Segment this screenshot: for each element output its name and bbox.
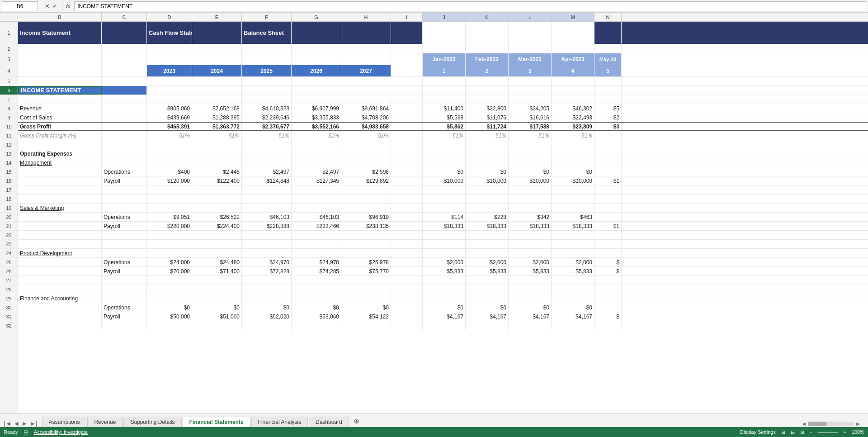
row-7 xyxy=(18,95,868,104)
gp-2027: $4,983,658 xyxy=(341,123,391,130)
normal-view-icon[interactable]: ⊞ xyxy=(781,429,785,435)
balance-sheet-header[interactable]: Balance Sheet xyxy=(242,22,292,44)
confirm-icon[interactable]: ✓ xyxy=(52,3,57,10)
revenue-jan: $11,400 xyxy=(423,104,466,113)
sheet-scrollbar[interactable] xyxy=(808,422,854,426)
row-num-31: 31 xyxy=(0,312,18,321)
gp-2023: $465,391 xyxy=(147,123,192,130)
zoom-in-icon[interactable]: + xyxy=(843,429,846,435)
cell-3b xyxy=(18,53,102,65)
col-header-g[interactable]: G xyxy=(292,13,341,21)
zoom-slider[interactable]: ———— xyxy=(818,429,838,435)
col-header-f[interactable]: F xyxy=(242,13,292,21)
scroll-left-icon[interactable]: ◄ xyxy=(801,421,807,427)
row-num-25: 25 xyxy=(0,258,18,267)
grid-area[interactable]: Income Statement Cash Flow Statement Bal… xyxy=(18,22,868,413)
gp-2025: $2,370,677 xyxy=(242,123,292,130)
ready-label: Ready xyxy=(4,429,18,435)
cos-2026: $3,355,833 xyxy=(292,113,341,122)
tab-financial-analysis[interactable]: Financial Analysis xyxy=(251,417,308,427)
fin-payroll-may: $ xyxy=(594,312,622,321)
row-21: Payroll $220,000 $224,400 $228,888 $233,… xyxy=(18,222,868,231)
spreadsheet-body: 1 2 3 4 5 6 7 8 9 10 11 12 13 14 15 16 1… xyxy=(0,22,868,413)
scroll-right-icon[interactable]: ► xyxy=(855,421,861,427)
col-header-m[interactable]: M xyxy=(552,13,594,21)
revenue-2026: $6,907,999 xyxy=(292,104,341,113)
row-23 xyxy=(18,240,868,249)
row-num-24: 24 xyxy=(0,249,18,258)
cell-4b xyxy=(18,65,102,76)
pd-ops-2027: $25,978 xyxy=(341,258,391,266)
cell-2f xyxy=(242,44,292,53)
row-num-30: 30 xyxy=(0,303,18,312)
gpm-jan: 51% xyxy=(423,131,466,140)
row-num-2: 2 xyxy=(0,44,18,53)
cell-1c xyxy=(102,22,147,44)
formula-icons: ✕ ✓ xyxy=(42,3,60,10)
accessibility-label[interactable]: Accessibility: Investigate xyxy=(34,429,88,435)
row-26: Payroll $70,000 $71,400 $72,828 $74,285 … xyxy=(18,267,868,276)
pd-payroll-2025: $72,828 xyxy=(242,267,292,276)
mgmt-ops-apr: $0 xyxy=(552,167,594,176)
tab-add-button[interactable]: ⊕ xyxy=(350,415,363,427)
col-header-e[interactable]: E xyxy=(192,13,242,21)
row-13: Operating Expenses xyxy=(18,149,868,158)
tab-supporting-details[interactable]: Supporting Details xyxy=(123,417,181,427)
mgmt-payroll-jan: $10,000 xyxy=(423,176,466,185)
col-header-n[interactable]: N xyxy=(594,13,622,21)
mgmt-payroll-2025: $124,848 xyxy=(242,176,292,185)
income-statement-label[interactable]: INCOME STATEMENT xyxy=(18,86,102,95)
mgmt-ops-mar: $0 xyxy=(509,167,552,176)
col-header-b[interactable]: B xyxy=(18,13,102,21)
fin-payroll-2027: $54,122 xyxy=(341,312,391,321)
col-header-k[interactable]: K xyxy=(466,13,509,21)
gpm-feb: 51% xyxy=(466,131,509,140)
tab-nav-last[interactable]: ►| xyxy=(29,420,38,427)
tab-nav-next[interactable]: ► xyxy=(21,420,28,427)
tab-financial-statements[interactable]: Financial Statements xyxy=(183,417,250,428)
row-24: Product Development xyxy=(18,249,868,258)
cancel-icon[interactable]: ✕ xyxy=(45,3,50,10)
page-break-icon[interactable]: ⊠ xyxy=(800,429,804,435)
col-header-c[interactable]: C xyxy=(102,13,147,21)
tab-assumptions[interactable]: Assumptions xyxy=(42,417,87,427)
tab-dashboard[interactable]: Dashboard xyxy=(309,417,349,427)
cell-7m xyxy=(552,95,594,104)
fin-payroll-label: Payroll xyxy=(102,312,147,321)
cell-5k xyxy=(466,77,509,86)
pd-ops-2024: $24,480 xyxy=(192,258,242,266)
display-settings[interactable]: Display Settings xyxy=(740,429,776,435)
fin-ops-2024: $0 xyxy=(192,303,242,312)
page-layout-icon[interactable]: ⊟ xyxy=(791,429,795,435)
income-statement-header[interactable]: Income Statement xyxy=(18,22,102,44)
tab-nav-prev[interactable]: ◄ xyxy=(14,420,20,427)
cell-2n xyxy=(594,44,622,53)
fin-ops-2027: $0 xyxy=(341,303,391,312)
tab-revenue[interactable]: Revenue xyxy=(87,417,123,427)
cell-4i xyxy=(391,65,423,76)
mgmt-payroll-label: Payroll xyxy=(102,176,147,185)
cell-6j xyxy=(423,86,466,95)
column-headers: B C D E F G H I J K L M N xyxy=(0,13,868,22)
cash-flow-header[interactable]: Cash Flow Statement xyxy=(147,22,192,44)
col-header-j[interactable]: J xyxy=(423,13,466,21)
zoom-out-icon[interactable]: − xyxy=(810,429,812,435)
cell-reference[interactable]: B6 xyxy=(2,1,38,11)
col-header-d[interactable]: D xyxy=(147,13,192,21)
col-header-l[interactable]: L xyxy=(509,13,552,21)
col-header-h[interactable]: H xyxy=(341,13,391,21)
cell-6d xyxy=(147,86,192,95)
col-header-i[interactable]: I xyxy=(391,13,423,21)
row-14: Management xyxy=(18,158,868,167)
month-num-3: 3 xyxy=(509,65,552,76)
cell-7b xyxy=(18,95,102,104)
row-31: Payroll $50,000 $51,000 $52,020 $53,060 … xyxy=(18,312,868,321)
tab-nav-first[interactable]: |◄ xyxy=(4,420,12,427)
formula-input[interactable]: INCOME STATEMENT xyxy=(74,1,866,11)
gp-may: $3 xyxy=(594,123,622,130)
row-22 xyxy=(18,231,868,240)
pd-payroll-label: Payroll xyxy=(102,267,147,276)
row-num-9: 9 xyxy=(0,113,18,122)
row-12 xyxy=(18,140,868,149)
cell-2i xyxy=(391,44,423,53)
